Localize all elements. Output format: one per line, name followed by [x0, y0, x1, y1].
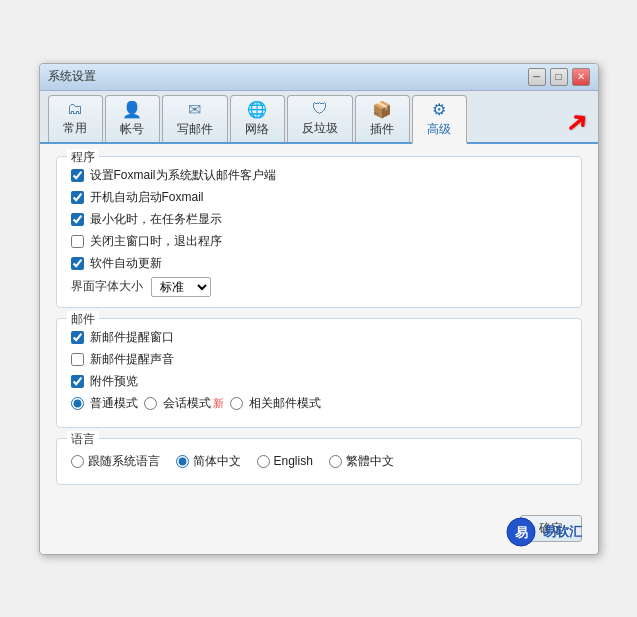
- radio-lang-traditional-label[interactable]: 繁體中文: [346, 453, 394, 470]
- radio-lang-english[interactable]: [257, 455, 270, 468]
- tab-advanced-label: 高级: [427, 121, 451, 138]
- tab-advanced[interactable]: ⚙ 高级: [412, 95, 467, 144]
- language-options-row: 跟随系统语言 简体中文 English 繁體中文: [71, 449, 567, 474]
- tab-plugin[interactable]: 📦 插件: [355, 95, 410, 142]
- radio-lang-traditional[interactable]: [329, 455, 342, 468]
- checkbox-new-mail-sound-label[interactable]: 新邮件提醒声音: [90, 351, 174, 368]
- tab-account[interactable]: 👤 帐号: [105, 95, 160, 142]
- section-language-title: 语言: [67, 431, 99, 448]
- checkbox-new-mail-window-label[interactable]: 新邮件提醒窗口: [90, 329, 174, 346]
- radio-related-mode-label[interactable]: 相关邮件模式: [249, 395, 321, 412]
- checkbox-default-client-label[interactable]: 设置Foxmail为系统默认邮件客户端: [90, 167, 276, 184]
- checkbox-row-2: 开机自动启动Foxmail: [71, 189, 567, 206]
- watermark-label: 易软汇: [543, 523, 582, 541]
- checkbox-minimize-taskbar-label[interactable]: 最小化时，在任务栏显示: [90, 211, 222, 228]
- section-mail: 邮件 新邮件提醒窗口 新邮件提醒声音 附件预览 普通模式 会话模式新: [56, 318, 582, 428]
- radio-lang-system[interactable]: [71, 455, 84, 468]
- radio-normal-mode[interactable]: [71, 397, 84, 410]
- font-size-row: 界面字体大小 小 标准 大: [71, 277, 567, 297]
- content-area: 程序 设置Foxmail为系统默认邮件客户端 开机自动启动Foxmail 最小化…: [40, 144, 598, 507]
- window-controls: ─ □ ✕: [528, 68, 590, 86]
- section-language: 语言 跟随系统语言 简体中文 English 繁體中文: [56, 438, 582, 485]
- advanced-icon: ⚙: [432, 100, 446, 119]
- radio-related-mode[interactable]: [230, 397, 243, 410]
- checkbox-new-mail-sound[interactable]: [71, 353, 84, 366]
- account-icon: 👤: [122, 100, 142, 119]
- checkbox-row-4: 关闭主窗口时，退出程序: [71, 233, 567, 250]
- lang-english: English: [257, 454, 313, 468]
- network-icon: 🌐: [247, 100, 267, 119]
- tab-network[interactable]: 🌐 网络: [230, 95, 285, 142]
- checkbox-autostart[interactable]: [71, 191, 84, 204]
- footer: 确定 易 易软汇: [40, 507, 598, 554]
- new-badge: 新: [213, 397, 224, 409]
- checkbox-default-client[interactable]: [71, 169, 84, 182]
- spam-icon: 🛡: [312, 100, 328, 118]
- font-size-label: 界面字体大小: [71, 278, 143, 295]
- tab-network-label: 网络: [245, 121, 269, 138]
- compose-icon: ✉: [188, 100, 201, 119]
- section-mail-title: 邮件: [67, 311, 99, 328]
- tab-spam[interactable]: 🛡 反垃圾: [287, 95, 353, 142]
- checkbox-auto-update[interactable]: [71, 257, 84, 270]
- watermark: 易 易软汇: [505, 516, 582, 548]
- checkbox-auto-update-label[interactable]: 软件自动更新: [90, 255, 162, 272]
- tab-compose[interactable]: ✉ 写邮件: [162, 95, 228, 142]
- mail-checkbox-row-2: 新邮件提醒声音: [71, 351, 567, 368]
- tab-spam-label: 反垃圾: [302, 120, 338, 137]
- radio-normal-mode-label[interactable]: 普通模式: [90, 395, 138, 412]
- checkbox-new-mail-window[interactable]: [71, 331, 84, 344]
- close-button[interactable]: ✕: [572, 68, 590, 86]
- checkbox-row-5: 软件自动更新: [71, 255, 567, 272]
- minimize-button[interactable]: ─: [528, 68, 546, 86]
- tab-common[interactable]: 🗂 常用: [48, 95, 103, 142]
- section-program: 程序 设置Foxmail为系统默认邮件客户端 开机自动启动Foxmail 最小化…: [56, 156, 582, 308]
- tab-bar: 🗂 常用 👤 帐号 ✉ 写邮件 🌐 网络 🛡 反垃圾 📦 插件 ⚙ 高级: [40, 91, 598, 144]
- checkbox-row-3: 最小化时，在任务栏显示: [71, 211, 567, 228]
- radio-lang-system-label[interactable]: 跟随系统语言: [88, 453, 160, 470]
- common-icon: 🗂: [67, 100, 83, 118]
- mail-checkbox-row-1: 新邮件提醒窗口: [71, 329, 567, 346]
- lang-traditional: 繁體中文: [329, 453, 394, 470]
- checkbox-minimize-taskbar[interactable]: [71, 213, 84, 226]
- radio-lang-simplified[interactable]: [176, 455, 189, 468]
- tab-plugin-label: 插件: [370, 121, 394, 138]
- svg-text:易: 易: [514, 525, 527, 540]
- checkbox-attachment-preview[interactable]: [71, 375, 84, 388]
- section-program-title: 程序: [67, 149, 99, 166]
- radio-conversation-mode-label[interactable]: 会话模式新: [163, 395, 224, 412]
- mail-checkbox-row-3: 附件预览: [71, 373, 567, 390]
- tab-common-label: 常用: [63, 120, 87, 137]
- lang-simplified: 简体中文: [176, 453, 241, 470]
- checkbox-exit-on-close-label[interactable]: 关闭主窗口时，退出程序: [90, 233, 222, 250]
- checkbox-exit-on-close[interactable]: [71, 235, 84, 248]
- plugin-icon: 📦: [372, 100, 392, 119]
- window-title: 系统设置: [48, 68, 96, 85]
- tab-compose-label: 写邮件: [177, 121, 213, 138]
- font-size-select[interactable]: 小 标准 大: [151, 277, 211, 297]
- mode-radio-row: 普通模式 会话模式新 相关邮件模式: [71, 395, 567, 412]
- checkbox-row-1: 设置Foxmail为系统默认邮件客户端: [71, 167, 567, 184]
- lang-system: 跟随系统语言: [71, 453, 160, 470]
- tab-account-label: 帐号: [120, 121, 144, 138]
- checkbox-attachment-preview-label[interactable]: 附件预览: [90, 373, 138, 390]
- title-bar: 系统设置 ─ □ ✕: [40, 64, 598, 91]
- checkbox-autostart-label[interactable]: 开机自动启动Foxmail: [90, 189, 204, 206]
- radio-conversation-mode[interactable]: [144, 397, 157, 410]
- radio-lang-simplified-label[interactable]: 简体中文: [193, 453, 241, 470]
- watermark-logo-icon: 易: [505, 516, 537, 548]
- radio-lang-english-label[interactable]: English: [274, 454, 313, 468]
- maximize-button[interactable]: □: [550, 68, 568, 86]
